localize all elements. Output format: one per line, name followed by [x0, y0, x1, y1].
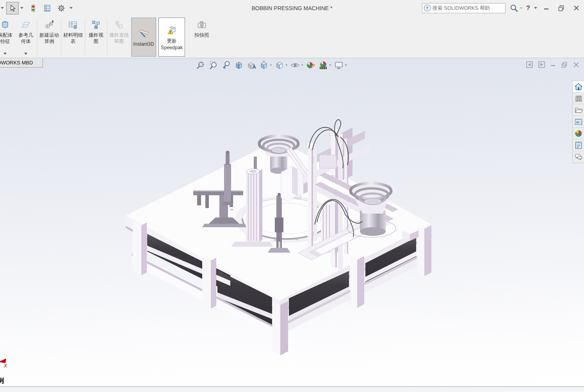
clipped-motionmanager-glyph: 例: [0, 376, 5, 385]
bom-table-icon: [68, 20, 78, 30]
tab-solidworks-mbd[interactable]: SOLIDWORKS MBD: [0, 58, 43, 68]
section-view-button[interactable]: [233, 60, 244, 71]
doc-minimize-icon[interactable]: [550, 62, 556, 68]
property-manager-icon: [43, 4, 51, 12]
apply-scene-button[interactable]: [318, 60, 332, 71]
assembly-features-icon: [0, 20, 10, 30]
assembly-features-button[interactable]: 装配体特征: [0, 17, 15, 57]
button-label: 装配体特征: [0, 32, 14, 45]
camera-icon: [197, 20, 207, 30]
hide-show-items-button[interactable]: [290, 60, 304, 71]
view-orientation-caret[interactable]: [270, 64, 272, 66]
l-bracket: [281, 166, 297, 201]
new-motion-study-button[interactable]: 新建运动算例: [38, 17, 60, 57]
edit-appearance-button[interactable]: [305, 60, 316, 71]
appearances-ball-icon: [574, 129, 583, 138]
view-settings-caret[interactable]: [345, 64, 347, 66]
instant3d-button[interactable]: Instant3D: [131, 18, 156, 57]
explode-line-sketch-button: 爆炸直线草图: [108, 17, 130, 57]
assembly-features-caret[interactable]: [4, 53, 7, 55]
select-tool-caret[interactable]: [20, 7, 23, 9]
eye-icon: [290, 60, 300, 70]
triad-x-arrow: [0, 358, 6, 363]
interference-detection-button[interactable]: [28, 3, 38, 14]
zoom-to-fit-button[interactable]: [196, 60, 207, 71]
exploded-view-icon: [91, 20, 101, 30]
help-caret[interactable]: [534, 7, 537, 9]
bill-of-materials-button[interactable]: 材料明细表: [62, 17, 84, 57]
ribbon-separator: [85, 19, 85, 55]
traffic-light-icon: [29, 4, 37, 12]
options-button[interactable]: [56, 3, 66, 14]
view-orientation-icon: [259, 60, 269, 70]
task-pane-home[interactable]: [573, 81, 584, 93]
title-bar: BOBBIN PRESSING MACHINE * ? ?: [0, 0, 584, 16]
button-label: 参考几何体: [16, 32, 35, 45]
previous-view-icon: [221, 60, 231, 70]
search-caret[interactable]: [520, 7, 522, 9]
triad-x-label: X: [4, 363, 7, 369]
doc-restore-icon[interactable]: [561, 62, 568, 68]
apply-scene-caret[interactable]: [329, 64, 331, 66]
ribbon-separator: [61, 19, 61, 55]
reference-geometry-icon: [21, 20, 31, 30]
design-library-icon: [574, 94, 583, 103]
ribbon-separator: [107, 19, 107, 55]
tab-label: SOLIDWORKS MBD: [0, 60, 33, 66]
view-settings-button[interactable]: [333, 60, 347, 71]
task-pane-forum[interactable]: [573, 151, 584, 163]
properties-button[interactable]: [42, 3, 52, 14]
zoom-to-fit-icon: [196, 60, 207, 70]
display-style-button[interactable]: [274, 60, 288, 71]
close-button[interactable]: [571, 4, 582, 13]
task-pane-custom-properties[interactable]: [573, 139, 584, 151]
task-pane-appearances[interactable]: [573, 128, 584, 139]
hide-show-items-caret[interactable]: [301, 64, 303, 66]
button-label: 材料明细表: [63, 32, 83, 45]
collapse-pane-right-icon[interactable]: [538, 61, 545, 68]
search-input[interactable]: [433, 5, 498, 11]
annotation-views-icon: [246, 60, 256, 70]
reference-geometry-caret[interactable]: [24, 53, 27, 55]
exploded-view-button[interactable]: 爆炸视图: [86, 17, 106, 57]
button-label: 爆炸直线草图: [109, 32, 129, 45]
update-speedpak-button[interactable]: 更新 Speedpak: [158, 18, 185, 57]
view-orientation-button[interactable]: [258, 60, 272, 71]
edit-appearance-icon: [306, 60, 316, 70]
zoom-to-area-button[interactable]: [208, 60, 219, 71]
annotation-views-button[interactable]: [246, 60, 257, 71]
heads-up-toolbar: [196, 60, 347, 71]
task-pane-strip: [572, 80, 584, 163]
collapse-pane-left-icon[interactable]: [526, 61, 533, 68]
view-palette-icon: [574, 118, 583, 126]
button-label: Instant3D: [133, 41, 154, 47]
previous-view-button[interactable]: [221, 60, 232, 71]
task-pane-view-palette[interactable]: [573, 116, 584, 128]
reference-geometry-button[interactable]: 参考几何体: [15, 17, 36, 57]
help-badge-icon: ?: [424, 5, 431, 11]
minimize-button[interactable]: [541, 4, 552, 13]
help-button[interactable]: ?: [526, 4, 530, 12]
gear-icon: [57, 4, 66, 12]
restore-button[interactable]: [556, 4, 567, 13]
button-label: 拍快照: [194, 32, 209, 38]
select-tool-button[interactable]: [6, 2, 19, 14]
zoom-to-area-icon: [209, 60, 219, 70]
motion-study-icon: [44, 20, 54, 30]
solidworks-window: BOBBIN PRESSING MACHINE * ? ?: [0, 0, 584, 392]
button-label: 新建运动算例: [39, 32, 59, 45]
options-caret[interactable]: [69, 7, 73, 9]
toolbar-overflow-caret[interactable]: [1, 7, 4, 9]
home-icon: [574, 82, 583, 91]
task-pane-file-explorer[interactable]: [573, 104, 584, 116]
cursor-icon: [9, 4, 16, 12]
help-search-box[interactable]: ?: [422, 3, 506, 13]
search-icon[interactable]: [509, 4, 519, 13]
doc-close-icon[interactable]: [573, 62, 579, 68]
graphics-viewport[interactable]: SOLIDWORKS MBD: [0, 58, 584, 387]
take-snapshot-button[interactable]: 拍快照: [192, 17, 212, 57]
display-style-caret[interactable]: [285, 64, 288, 66]
explode-line-sketch-icon: [114, 20, 124, 30]
task-pane-design-library[interactable]: [573, 93, 584, 104]
ribbon-separator: [37, 19, 37, 55]
